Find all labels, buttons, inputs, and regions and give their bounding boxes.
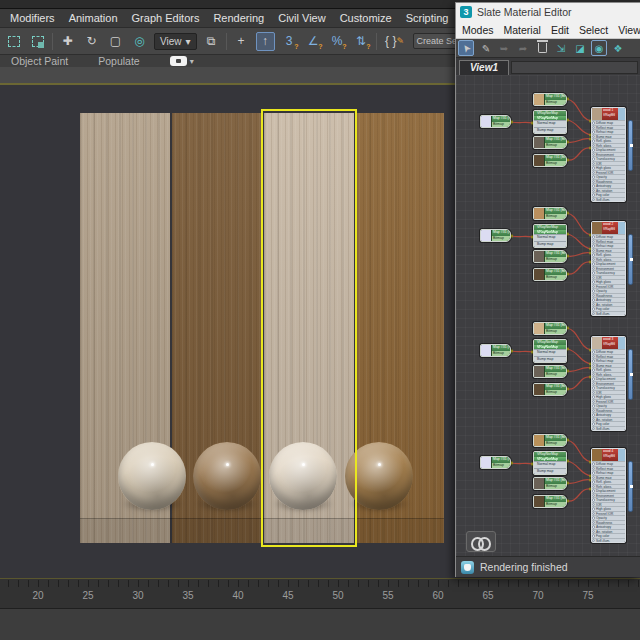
assign-material-button[interactable]: ➥: [496, 40, 512, 56]
diffuse-bitmap-node[interactable]: Map #31 (Bitmap)Bitmap: [533, 434, 567, 447]
diffuse-bitmap-node[interactable]: Map #31 (Bitmap)Bitmap: [533, 93, 567, 106]
displace-bitmap-node[interactable]: Map #31 (Bitmap)Bitmap: [533, 495, 567, 508]
bitmap-thumbnail: [534, 478, 545, 489]
node-scrollbar[interactable]: [628, 120, 633, 171]
bitmap-node-subtitle: Bitmap: [545, 329, 566, 334]
braces-icon: { }: [385, 34, 396, 48]
show-shaded-material-button[interactable]: ◉: [591, 40, 607, 56]
select-and-scale-button[interactable]: ▢: [106, 32, 125, 51]
normal-node-subtitle: VRayNorMap: [534, 116, 566, 121]
delete-selected-button[interactable]: [534, 40, 550, 56]
material-slot[interactable]: Self-illum.: [592, 311, 625, 316]
ribbon-tab-populate[interactable]: Populate: [98, 55, 139, 67]
normal-map-node[interactable]: VRayNorMapVRayNorMapNormal mapBump map: [533, 339, 567, 363]
show-background-button[interactable]: ❖: [610, 40, 626, 56]
snap-3d-button[interactable]: 3?: [280, 32, 299, 51]
rect-selection-region-button[interactable]: [4, 32, 23, 51]
edit-named-selection-sets-button[interactable]: { } ✎: [382, 32, 408, 51]
material-node[interactable]: wood 4VRayMtlDiffuse mapReflect mapRefra…: [591, 448, 626, 543]
normal-node-slot[interactable]: Bump map: [534, 356, 566, 362]
material-sphere-2[interactable]: [193, 442, 261, 510]
pick-material-button[interactable]: ✐: [477, 40, 493, 56]
material-sphere-1[interactable]: [118, 442, 186, 510]
gloss-bitmap-node[interactable]: Map #31 (Bitmap)Bitmap: [533, 477, 567, 490]
menu-civil-view[interactable]: Civil View: [278, 12, 325, 24]
select-and-move-button[interactable]: ✚: [58, 32, 77, 51]
material-node-header: wood 4VRayMtl: [592, 449, 625, 461]
material-thumbnail: [592, 222, 602, 234]
gloss-bitmap-node[interactable]: Map #31 (Bitmap)Bitmap: [533, 365, 567, 378]
menu-modifiers[interactable]: Modifiers: [10, 12, 55, 24]
timeline-ruler[interactable]: 202530354045505560657075: [0, 578, 640, 608]
slate-menu-view[interactable]: View: [618, 24, 640, 36]
tab-view1[interactable]: View1: [459, 60, 509, 75]
material-slot[interactable]: Self-illum.: [592, 197, 625, 202]
select-and-rotate-button[interactable]: ↻: [82, 32, 101, 51]
layout-children-button[interactable]: ⇲: [553, 40, 569, 56]
source-bitmap-node[interactable]: Map #31 (Bitmap)Bitmap: [480, 344, 511, 357]
snaps-toggle-button[interactable]: ↑: [256, 32, 275, 51]
normal-node-subtitle: VRayNorMap: [534, 457, 566, 462]
displace-bitmap-node[interactable]: Map #31 (Bitmap)Bitmap: [533, 383, 567, 396]
timeline-label: 25: [73, 590, 103, 601]
bitmap-node-subtitle: Bitmap: [545, 390, 566, 395]
menu-scripting[interactable]: Scripting: [406, 12, 449, 24]
diffuse-bitmap-node[interactable]: Map #31 (Bitmap)Bitmap: [533, 322, 567, 335]
material-id-channel-button[interactable]: ◪: [572, 40, 588, 56]
normal-node-slot[interactable]: Bump map: [534, 468, 566, 474]
displace-bitmap-node[interactable]: Map #31 (Bitmap)Bitmap: [533, 268, 567, 281]
slate-title-bar[interactable]: 3 Slate Material Editor: [456, 3, 640, 21]
bitmap-node-subtitle: Bitmap: [492, 122, 510, 127]
displace-bitmap-node[interactable]: Map #31 (Bitmap)Bitmap: [533, 154, 567, 167]
slate-menu-edit[interactable]: Edit: [551, 24, 569, 36]
menu-rendering[interactable]: Rendering: [213, 12, 264, 24]
node-scrollbar[interactable]: [628, 349, 633, 400]
percent-snap-button[interactable]: %?: [328, 32, 347, 51]
coordinate-dropdown-value: View: [160, 36, 182, 47]
normal-map-node[interactable]: VRayNorMapVRayNorMapNormal mapBump map: [533, 451, 567, 475]
normal-node-slot[interactable]: Bump map: [534, 127, 566, 133]
material-thumbnail: [592, 337, 602, 349]
tab-empty-area[interactable]: [511, 61, 638, 74]
source-bitmap-node[interactable]: Map #31 (Bitmap)Bitmap: [480, 229, 511, 242]
source-bitmap-node[interactable]: Map #31 (Bitmap)Bitmap: [480, 456, 511, 469]
diffuse-bitmap-node[interactable]: Map #31 (Bitmap)Bitmap: [533, 207, 567, 220]
normal-map-node[interactable]: VRayNorMapVRayNorMapNormal mapBump map: [533, 224, 567, 248]
angle-snap-button[interactable]: ∠?: [304, 32, 323, 51]
material-slot[interactable]: Self-illum.: [592, 426, 625, 431]
material-node[interactable]: wood 2VRayMtlDiffuse mapReflect mapRefra…: [591, 221, 626, 316]
normal-node-slot[interactable]: Bump map: [534, 241, 566, 247]
reference-coordinate-dropdown[interactable]: View ▾: [154, 33, 197, 50]
ribbon-tab-object-paint[interactable]: Object Paint: [11, 55, 68, 67]
timeline-ticks: [0, 580, 640, 587]
bitmap-thumbnail: [534, 323, 545, 334]
material-slot[interactable]: Self-illum.: [592, 538, 625, 543]
timeline-label: 65: [473, 590, 503, 601]
toolbar-divider: [52, 33, 53, 50]
use-center-button[interactable]: ◎: [130, 32, 149, 51]
node-scrollbar[interactable]: [628, 234, 633, 285]
menu-customize[interactable]: Customize: [340, 12, 392, 24]
ribbon-media-button[interactable]: ▾: [170, 56, 194, 66]
snap-cross-button[interactable]: +: [232, 32, 251, 51]
material-node[interactable]: wood 3VRayMtlDiffuse mapReflect mapRefra…: [591, 336, 626, 431]
material-node[interactable]: wood 1VRayMtlDiffuse mapReflect mapRefra…: [591, 107, 626, 202]
put-to-library-button[interactable]: ➦: [515, 40, 531, 56]
window-crossing-button[interactable]: [28, 32, 47, 51]
node-scrollbar[interactable]: [628, 461, 633, 512]
menu-graph-editors[interactable]: Graph Editors: [132, 12, 200, 24]
menu-animation[interactable]: Animation: [69, 12, 118, 24]
binoculars-icon[interactable]: [466, 531, 496, 552]
slate-menu-modes[interactable]: Modes: [462, 24, 494, 36]
mirror-button[interactable]: ⧉: [202, 32, 221, 51]
spinner-snap-button[interactable]: ⇅?: [352, 32, 371, 51]
slate-menu-material[interactable]: Material: [504, 24, 541, 36]
slate-menu-select[interactable]: Select: [579, 24, 608, 36]
gloss-bitmap-node[interactable]: Map #31 (Bitmap)Bitmap: [533, 250, 567, 263]
node-view[interactable]: Map #31 (Bitmap)BitmapMap #31 (Bitmap)Bi…: [456, 75, 640, 556]
normal-map-node[interactable]: VRayNorMapVRayNorMapNormal mapBump map: [533, 110, 567, 134]
select-tool-button[interactable]: ➤: [458, 40, 474, 56]
layout-icon: ⇲: [557, 43, 565, 54]
source-bitmap-node[interactable]: Map #31 (Bitmap)Bitmap: [480, 115, 511, 128]
gloss-bitmap-node[interactable]: Map #31 (Bitmap)Bitmap: [533, 136, 567, 149]
